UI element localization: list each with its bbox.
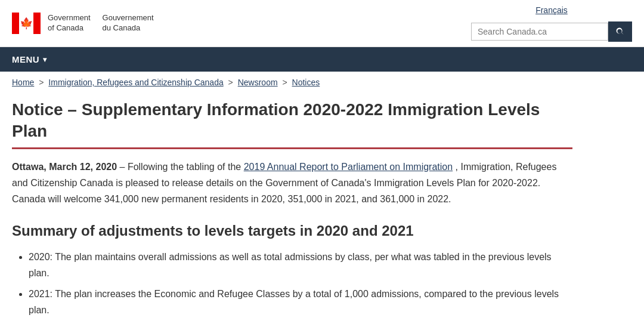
search-icon: [615, 27, 625, 36]
canada-flag: 🍁: [12, 13, 41, 34]
list-item: 2021: The plan increases the Economic an…: [29, 286, 572, 318]
section-heading: Summary of adjustments to levels targets…: [12, 221, 572, 240]
francais-link-container: Français: [535, 5, 568, 16]
gov-fr-line2: du Canada: [103, 23, 154, 33]
breadcrumb-notices[interactable]: Notices: [292, 78, 320, 87]
francais-link[interactable]: Français: [535, 5, 568, 15]
search-bar: [471, 21, 632, 42]
menu-arrow-icon: ▾: [43, 55, 47, 64]
intro-dash: – Following the tabling of the: [120, 162, 244, 172]
search-input[interactable]: [471, 23, 608, 41]
main-content: Notice – Supplementary Information 2020-…: [0, 93, 584, 324]
dateline: Ottawa, March 12, 2020: [12, 162, 117, 172]
gov-en-line1: Government: [48, 13, 91, 23]
list-item: 2020: The plan maintains overall admissi…: [29, 249, 572, 281]
breadcrumb-newsroom[interactable]: Newsroom: [238, 78, 278, 87]
title-divider: [12, 147, 572, 149]
search-button[interactable]: [608, 21, 632, 42]
breadcrumb-separator-1: >: [39, 78, 46, 87]
site-header: 🍁 Government of Canada Gouvernement du C…: [0, 0, 644, 47]
menu-label: MENU: [12, 54, 39, 64]
intro-paragraph: Ottawa, March 12, 2020 – Following the t…: [12, 159, 572, 208]
annual-report-link[interactable]: 2019 Annual Report to Parliament on Immi…: [244, 162, 453, 172]
breadcrumb-home[interactable]: Home: [12, 78, 34, 87]
page-title: Notice – Supplementary Information 2020-…: [12, 99, 572, 143]
header-right: Français: [471, 5, 632, 42]
gov-fr-line1: Gouvernement: [103, 13, 154, 23]
government-name: Government of Canada Gouvernement du Can…: [48, 13, 154, 33]
logo-area: 🍁 Government of Canada Gouvernement du C…: [12, 13, 154, 34]
breadcrumb-ircc[interactable]: Immigration, Refugees and Citizenship Ca…: [48, 78, 223, 87]
breadcrumb: Home > Immigration, Refugees and Citizen…: [0, 72, 644, 93]
nav-bar: MENU ▾: [0, 47, 644, 72]
maple-leaf-icon: 🍁: [20, 17, 33, 30]
breadcrumb-separator-2: >: [228, 78, 236, 87]
gov-en-line2: of Canada: [48, 23, 91, 33]
bullet-list: 2020: The plan maintains overall admissi…: [12, 249, 572, 319]
breadcrumb-separator-3: >: [282, 78, 289, 87]
menu-button[interactable]: MENU ▾: [12, 47, 47, 72]
